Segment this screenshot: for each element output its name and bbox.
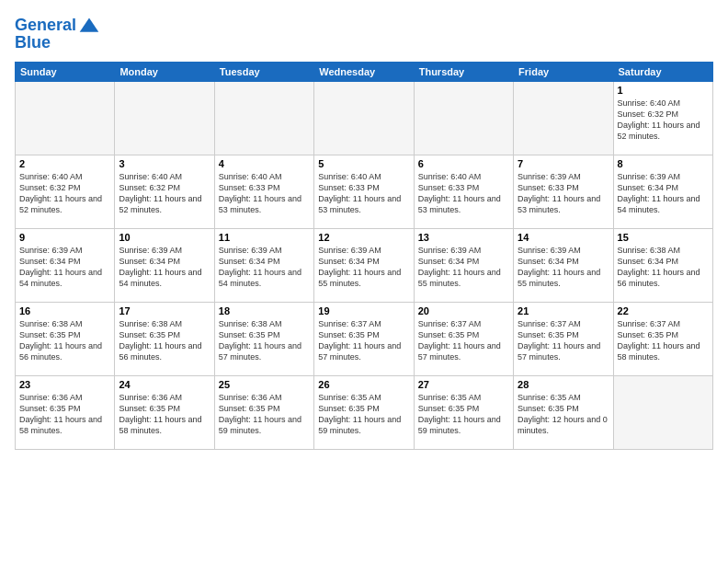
day-info: Sunrise: 6:39 AMSunset: 6:34 PMDaylight:… [119,245,210,290]
day-info: Sunrise: 6:36 AMSunset: 6:35 PMDaylight:… [19,392,110,437]
day-number: 21 [518,305,609,316]
day-info: Sunrise: 6:40 AMSunset: 6:33 PMDaylight:… [318,171,409,216]
calendar-cell: 7Sunrise: 6:39 AMSunset: 6:33 PMDaylight… [514,155,613,229]
calendar-cell: 22Sunrise: 6:37 AMSunset: 6:35 PMDayligh… [613,303,712,376]
calendar-cell [414,82,513,155]
day-number: 24 [119,379,210,390]
calendar-cell: 20Sunrise: 6:37 AMSunset: 6:35 PMDayligh… [414,303,513,376]
calendar-cell: 6Sunrise: 6:40 AMSunset: 6:33 PMDaylight… [414,155,513,229]
calendar-cell: 15Sunrise: 6:38 AMSunset: 6:34 PMDayligh… [613,229,712,303]
calendar-cell: 1Sunrise: 6:40 AMSunset: 6:32 PMDaylight… [613,82,712,155]
day-info: Sunrise: 6:39 AMSunset: 6:34 PMDaylight:… [318,245,409,290]
day-number: 14 [518,232,609,243]
logo: General Blue [15,15,100,52]
calendar-cell: 5Sunrise: 6:40 AMSunset: 6:33 PMDaylight… [314,155,414,229]
day-number: 23 [19,379,110,390]
day-number: 17 [119,305,210,316]
calendar-cell: 14Sunrise: 6:39 AMSunset: 6:34 PMDayligh… [514,229,613,303]
calendar-cell: 23Sunrise: 6:36 AMSunset: 6:35 PMDayligh… [16,376,115,450]
calendar-cell: 9Sunrise: 6:39 AMSunset: 6:34 PMDaylight… [16,229,115,303]
day-number: 25 [219,379,310,390]
calendar-cell [514,82,613,155]
logo-text: General [15,17,76,35]
day-number: 28 [518,379,609,390]
calendar-table: SundayMondayTuesdayWednesdayThursdayFrid… [15,62,713,450]
day-number: 1 [618,85,709,96]
day-number: 7 [518,158,609,169]
calendar-cell: 28Sunrise: 6:35 AMSunset: 6:35 PMDayligh… [514,376,613,450]
calendar-cell: 19Sunrise: 6:37 AMSunset: 6:35 PMDayligh… [314,303,414,376]
day-info: Sunrise: 6:39 AMSunset: 6:34 PMDaylight:… [518,245,609,290]
weekday-header-saturday: Saturday [613,63,712,82]
day-info: Sunrise: 6:39 AMSunset: 6:34 PMDaylight:… [219,245,310,290]
day-info: Sunrise: 6:37 AMSunset: 6:35 PMDaylight:… [318,318,409,363]
calendar-cell [613,376,712,450]
calendar-cell [314,82,414,155]
weekday-header-wednesday: Wednesday [314,63,414,82]
day-info: Sunrise: 6:36 AMSunset: 6:35 PMDaylight:… [219,392,310,437]
day-info: Sunrise: 6:39 AMSunset: 6:34 PMDaylight:… [418,245,509,290]
calendar-cell: 8Sunrise: 6:39 AMSunset: 6:34 PMDaylight… [613,155,712,229]
day-info: Sunrise: 6:38 AMSunset: 6:35 PMDaylight:… [19,318,110,363]
calendar-cell: 2Sunrise: 6:40 AMSunset: 6:32 PMDaylight… [16,155,115,229]
calendar-cell [16,82,115,155]
day-number: 16 [19,305,110,316]
day-info: Sunrise: 6:38 AMSunset: 6:35 PMDaylight:… [219,318,310,363]
day-number: 22 [618,305,709,316]
day-info: Sunrise: 6:35 AMSunset: 6:35 PMDaylight:… [318,392,409,437]
day-info: Sunrise: 6:40 AMSunset: 6:32 PMDaylight:… [19,171,110,216]
calendar-cell: 21Sunrise: 6:37 AMSunset: 6:35 PMDayligh… [514,303,613,376]
day-number: 10 [119,232,210,243]
day-info: Sunrise: 6:37 AMSunset: 6:35 PMDaylight:… [418,318,509,363]
logo-icon [78,15,100,37]
calendar-cell: 12Sunrise: 6:39 AMSunset: 6:34 PMDayligh… [314,229,414,303]
day-info: Sunrise: 6:39 AMSunset: 6:34 PMDaylight:… [19,245,110,290]
day-info: Sunrise: 6:39 AMSunset: 6:33 PMDaylight:… [518,171,609,216]
day-info: Sunrise: 6:38 AMSunset: 6:34 PMDaylight:… [618,245,709,290]
day-info: Sunrise: 6:37 AMSunset: 6:35 PMDaylight:… [518,318,609,363]
day-info: Sunrise: 6:40 AMSunset: 6:32 PMDaylight:… [618,98,709,143]
calendar-cell: 3Sunrise: 6:40 AMSunset: 6:32 PMDaylight… [115,155,214,229]
calendar-cell: 11Sunrise: 6:39 AMSunset: 6:34 PMDayligh… [214,229,313,303]
calendar-cell: 26Sunrise: 6:35 AMSunset: 6:35 PMDayligh… [314,376,414,450]
day-info: Sunrise: 6:35 AMSunset: 6:35 PMDaylight:… [418,392,509,437]
day-number: 11 [219,232,310,243]
calendar-cell [115,82,214,155]
svg-marker-0 [80,17,99,31]
day-info: Sunrise: 6:40 AMSunset: 6:33 PMDaylight:… [418,171,509,216]
page-header: General Blue [15,15,713,52]
day-info: Sunrise: 6:40 AMSunset: 6:33 PMDaylight:… [219,171,310,216]
day-number: 15 [618,232,709,243]
calendar-cell: 16Sunrise: 6:38 AMSunset: 6:35 PMDayligh… [16,303,115,376]
day-info: Sunrise: 6:39 AMSunset: 6:34 PMDaylight:… [618,171,709,216]
weekday-header-monday: Monday [115,63,214,82]
calendar-cell: 4Sunrise: 6:40 AMSunset: 6:33 PMDaylight… [214,155,313,229]
day-info: Sunrise: 6:38 AMSunset: 6:35 PMDaylight:… [119,318,210,363]
day-number: 3 [119,158,210,169]
day-number: 6 [418,158,509,169]
day-number: 4 [219,158,310,169]
weekday-header-tuesday: Tuesday [214,63,313,82]
day-number: 18 [219,305,310,316]
calendar-cell [214,82,313,155]
day-number: 13 [418,232,509,243]
weekday-header-friday: Friday [514,63,613,82]
day-number: 12 [318,232,409,243]
calendar-cell: 18Sunrise: 6:38 AMSunset: 6:35 PMDayligh… [214,303,313,376]
day-number: 27 [418,379,509,390]
day-number: 8 [618,158,709,169]
weekday-header-sunday: Sunday [16,63,115,82]
day-info: Sunrise: 6:37 AMSunset: 6:35 PMDaylight:… [618,318,709,363]
calendar-cell: 13Sunrise: 6:39 AMSunset: 6:34 PMDayligh… [414,229,513,303]
day-number: 20 [418,305,509,316]
day-number: 2 [19,158,110,169]
calendar-cell: 17Sunrise: 6:38 AMSunset: 6:35 PMDayligh… [115,303,214,376]
day-info: Sunrise: 6:35 AMSunset: 6:35 PMDaylight:… [518,392,609,437]
day-info: Sunrise: 6:36 AMSunset: 6:35 PMDaylight:… [119,392,210,437]
day-number: 26 [318,379,409,390]
day-number: 19 [318,305,409,316]
calendar-cell: 24Sunrise: 6:36 AMSunset: 6:35 PMDayligh… [115,376,214,450]
day-number: 5 [318,158,409,169]
weekday-header-thursday: Thursday [414,63,513,82]
day-info: Sunrise: 6:40 AMSunset: 6:32 PMDaylight:… [119,171,210,216]
